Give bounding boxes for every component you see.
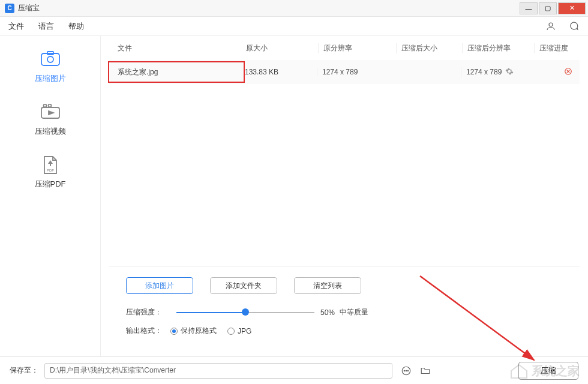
- close-button[interactable]: ✕: [558, 2, 586, 14]
- svg-point-11: [404, 370, 405, 371]
- radio-jpg-label: JPG: [238, 327, 251, 335]
- svg-rect-1: [41, 53, 59, 65]
- col-cres-header: 压缩后分辨率: [462, 43, 534, 53]
- controls-panel: 添加图片 添加文件夹 清空列表 压缩强度： 50% 中等质量 输出格式： 保持原…: [109, 266, 580, 349]
- menu-language[interactable]: 语言: [38, 21, 54, 32]
- col-prog-header: 压缩进度: [534, 43, 580, 53]
- col-osize-header: 原大小: [246, 43, 318, 53]
- add-folder-button[interactable]: 添加文件夹: [210, 277, 277, 294]
- menubar: 文件 语言 帮助: [0, 17, 588, 36]
- radio-keep-format-label: 保持原格式: [181, 326, 217, 336]
- tab-label: 压缩视频: [0, 126, 100, 137]
- output-label: 输出格式：: [126, 326, 170, 336]
- user-icon[interactable]: [545, 20, 557, 32]
- radio-jpg[interactable]: [227, 328, 235, 335]
- col-csize-header: 压缩后大小: [396, 43, 462, 53]
- strength-row: 压缩强度： 50% 中等质量: [126, 307, 563, 317]
- tab-compress-image[interactable]: 压缩图片: [0, 42, 100, 95]
- svg-point-2: [47, 56, 53, 62]
- button-row: 添加图片 添加文件夹 清空列表: [126, 277, 563, 294]
- cell-ores: 1274 x 789: [317, 68, 395, 76]
- strength-label: 压缩强度：: [126, 307, 170, 317]
- svg-point-13: [407, 370, 409, 371]
- sidebar: 压缩图片 压缩视频 PDF 压缩PDF: [0, 36, 101, 356]
- menu-help[interactable]: 帮助: [68, 21, 84, 32]
- chat-icon[interactable]: [568, 20, 580, 32]
- pdf-icon: PDF: [0, 156, 100, 174]
- strength-slider[interactable]: [176, 311, 314, 314]
- svg-point-12: [406, 370, 407, 371]
- main: 压缩图片 压缩视频 PDF 压缩PDF 文件 原大小 原分辨率 压缩后大小 压缩…: [0, 36, 588, 356]
- folder-icon[interactable]: [420, 365, 431, 376]
- app-logo-icon: C: [5, 4, 14, 13]
- more-icon[interactable]: [401, 365, 412, 376]
- remove-row-icon[interactable]: [564, 67, 572, 77]
- cres-value: 1274 x 789: [466, 68, 502, 76]
- menu-file[interactable]: 文件: [8, 21, 24, 32]
- minimize-button[interactable]: —: [520, 2, 538, 14]
- compress-button[interactable]: 压缩: [518, 362, 578, 380]
- file-table: 文件 原大小 原分辨率 压缩后大小 压缩后分辨率 压缩进度 系统之家.jpg 1…: [109, 36, 580, 266]
- table-header: 文件 原大小 原分辨率 压缩后大小 压缩后分辨率 压缩进度: [109, 36, 580, 60]
- tab-compress-pdf[interactable]: PDF 压缩PDF: [0, 148, 100, 200]
- strength-quality: 中等质量: [340, 307, 368, 317]
- window-title: 压缩宝: [18, 3, 518, 13]
- titlebar: C 压缩宝 — ▢ ✕: [0, 0, 588, 17]
- save-to-label: 保存至：: [10, 365, 38, 376]
- strength-value: 50%: [320, 308, 335, 317]
- radio-keep-format[interactable]: [170, 328, 178, 335]
- svg-point-7: [48, 104, 51, 107]
- cell-cres: 1274 x 789: [461, 67, 533, 77]
- video-icon: [0, 103, 100, 121]
- svg-text:PDF: PDF: [47, 169, 54, 172]
- col-file-header: 文件: [109, 43, 246, 53]
- table-row[interactable]: 系统之家.jpg 133.83 KB 1274 x 789 1274 x 789: [109, 60, 580, 84]
- tab-label: 压缩PDF: [0, 179, 100, 190]
- tab-compress-video[interactable]: 压缩视频: [0, 95, 100, 148]
- cell-osize: 133.83 KB: [245, 68, 317, 76]
- image-icon: [0, 50, 100, 68]
- tab-label: 压缩图片: [0, 73, 100, 84]
- save-path-input[interactable]: D:\用户目录\我的文档\压缩宝\Converter: [44, 363, 392, 379]
- slider-thumb-icon[interactable]: [242, 308, 249, 316]
- clear-list-button[interactable]: 清空列表: [294, 277, 361, 294]
- content-area: 文件 原大小 原分辨率 压缩后大小 压缩后分辨率 压缩进度 系统之家.jpg 1…: [101, 36, 588, 356]
- output-row: 输出格式： 保持原格式 JPG: [126, 326, 563, 336]
- svg-point-0: [549, 23, 553, 26]
- col-ores-header: 原分辨率: [318, 43, 396, 53]
- window-buttons: — ▢ ✕: [518, 2, 586, 14]
- path-text: D:\用户目录\我的文档\压缩宝\Converter: [50, 365, 176, 376]
- svg-point-6: [43, 104, 46, 107]
- footer: 保存至： D:\用户目录\我的文档\压缩宝\Converter 压缩: [0, 356, 588, 384]
- svg-marker-5: [49, 111, 53, 115]
- add-image-button[interactable]: 添加图片: [126, 277, 193, 294]
- maximize-button[interactable]: ▢: [539, 2, 557, 14]
- gear-icon[interactable]: [505, 67, 514, 77]
- cell-filename: 系统之家.jpg: [108, 61, 245, 83]
